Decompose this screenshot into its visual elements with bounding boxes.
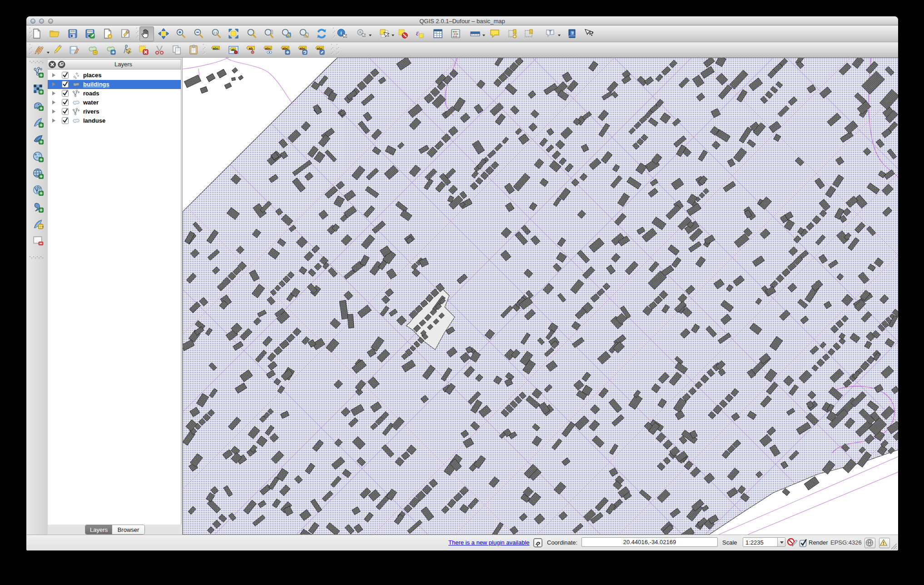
svg-text:abc: abc [265, 46, 271, 50]
svg-text:T: T [549, 30, 551, 35]
svg-text:i: i [340, 30, 342, 35]
svg-text:abc: abc [213, 46, 219, 50]
svg-text:1:1: 1:1 [214, 31, 218, 34]
svg-text:abc: abc [283, 46, 288, 50]
svg-text:?: ? [571, 31, 573, 35]
svg-text:ε: ε [416, 29, 419, 37]
svg-text:?: ? [590, 30, 594, 37]
svg-text:abc: abc [300, 46, 306, 50]
svg-text:ab: ab [231, 48, 235, 51]
svg-text:abc: abc [317, 46, 323, 50]
